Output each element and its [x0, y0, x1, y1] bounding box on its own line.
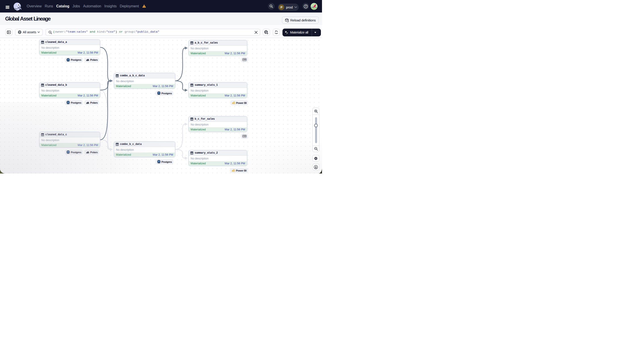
- svg-text:?: ?: [305, 5, 306, 7]
